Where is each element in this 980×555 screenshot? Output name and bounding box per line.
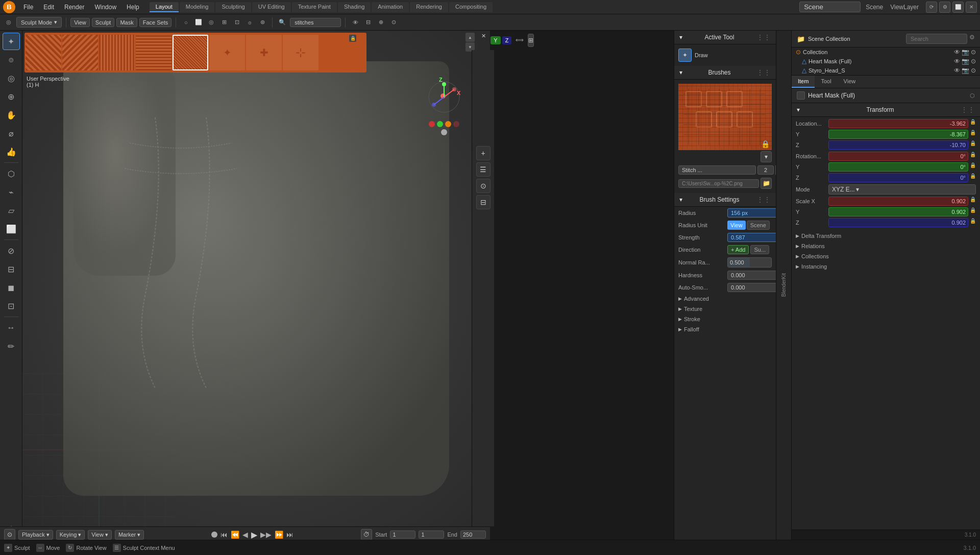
- tool-transform[interactable]: ↔: [3, 319, 20, 336]
- brush-preview-2[interactable]: [62, 35, 98, 70]
- brushes-header[interactable]: ▾ Brushes ⋮⋮: [674, 66, 776, 80]
- loc-x-lock[interactable]: 🔒: [970, 119, 976, 128]
- rot-x-lock[interactable]: 🔒: [970, 152, 976, 161]
- filter-icon[interactable]: ⚙: [969, 34, 975, 44]
- scene-name-input[interactable]: [799, 2, 861, 12]
- prev-frame-btn[interactable]: ◀: [242, 530, 248, 539]
- brush-name-field[interactable]: [678, 165, 756, 175]
- tool-fill[interactable]: ⬜: [3, 220, 20, 237]
- location-x[interactable]: [828, 119, 968, 128]
- falloff-section[interactable]: ▶ Falloff: [674, 324, 776, 334]
- workspace-shading[interactable]: Shading: [338, 2, 371, 12]
- brush-preview-6[interactable]: ✦: [209, 35, 245, 70]
- nav-ortho[interactable]: ⊟: [476, 195, 491, 209]
- sh-vis-icon[interactable]: 👁: [954, 67, 960, 74]
- heart-mask-item[interactable]: △ Heart Mask (Full) 👁 📷 ⊙: [792, 57, 980, 66]
- collection-item[interactable]: ⊙ Collection 👁 📷 ⊙: [792, 47, 980, 57]
- relations-section[interactable]: ▶ Relations: [792, 241, 980, 251]
- gizmo-icon[interactable]: ⊕: [375, 17, 386, 28]
- tab-view[interactable]: View: [838, 76, 862, 88]
- brush-preview-3[interactable]: [99, 35, 135, 70]
- workspace-modeling[interactable]: Modeling: [180, 2, 215, 12]
- hm-render-icon[interactable]: ⊙: [971, 58, 976, 65]
- hardness-input[interactable]: [727, 271, 776, 280]
- end-frame-input[interactable]: [460, 530, 486, 539]
- blenderkit-panel[interactable]: BlenderKit: [776, 31, 791, 540]
- hm-vis-icon[interactable]: 👁: [954, 58, 960, 65]
- scale-z-input[interactable]: [828, 218, 968, 227]
- col-vis-icon[interactable]: 👁: [954, 49, 960, 56]
- start-frame-input[interactable]: [390, 530, 415, 539]
- view-btn[interactable]: View: [70, 18, 90, 27]
- workspace-uv[interactable]: UV Editing: [252, 2, 291, 12]
- tool-inflate[interactable]: ⊕: [3, 88, 20, 105]
- tool-flatten[interactable]: ▱: [3, 202, 20, 219]
- location-z-input[interactable]: [828, 140, 968, 150]
- rotation-z-input[interactable]: [828, 173, 968, 182]
- col-render-icon[interactable]: ⊙: [971, 49, 976, 56]
- brush-preview-8[interactable]: ⊹: [283, 35, 318, 70]
- scene-btn-toggle[interactable]: Scene: [747, 221, 770, 230]
- y-axis-btn[interactable]: Y: [491, 36, 500, 44]
- overlay-icon[interactable]: ⊟: [362, 17, 374, 28]
- object-color-swatch[interactable]: [797, 91, 805, 100]
- tool-grab[interactable]: ✋: [3, 106, 20, 124]
- scale-z-lock[interactable]: 🔒: [970, 218, 976, 227]
- snap-icon[interactable]: ⊙: [388, 17, 399, 28]
- workspace-animation[interactable]: Animation: [372, 2, 409, 12]
- smooth-icon[interactable]: ⊛: [257, 17, 268, 28]
- search-input[interactable]: [290, 18, 341, 27]
- strength-prop-input[interactable]: [727, 233, 776, 242]
- workspace-rendering[interactable]: Rendering: [410, 2, 448, 12]
- search-icon[interactable]: 🔍: [277, 17, 288, 28]
- hm-cam-icon[interactable]: 📷: [962, 58, 969, 65]
- prev-keyframe-btn[interactable]: ⏪: [231, 530, 239, 539]
- rot-y-lock[interactable]: 🔒: [970, 162, 976, 172]
- nav-zoom[interactable]: +: [476, 146, 491, 160]
- tool-multiplane[interactable]: ⊟: [3, 260, 20, 278]
- add-direction-btn[interactable]: + Add: [727, 245, 749, 254]
- tool-mask[interactable]: ◼: [3, 279, 20, 296]
- menu-render[interactable]: Render: [60, 2, 88, 12]
- instancing-section[interactable]: ▶ Instancing: [792, 261, 980, 272]
- tool-snake[interactable]: ⌀: [3, 125, 20, 142]
- styro-head-item[interactable]: △ Styro_Head_S 👁 📷 ⊙: [792, 66, 980, 75]
- mesh-icon[interactable]: ⊞: [218, 17, 230, 28]
- nav-camera[interactable]: ⊙: [476, 179, 491, 193]
- mirror-icon[interactable]: ⟺: [516, 35, 524, 46]
- transform-header[interactable]: ▾ Transform ⋮⋮: [792, 103, 980, 117]
- next-frame-btn[interactable]: ▶▶: [260, 530, 272, 539]
- draw-tool-icon[interactable]: ✦: [678, 49, 692, 62]
- torus-icon[interactable]: ◎: [206, 17, 217, 28]
- scale-y-input[interactable]: [828, 207, 968, 216]
- tool-trim[interactable]: ⊡: [3, 297, 20, 315]
- mode-dropdown-val[interactable]: XYZ E... ▾: [828, 184, 976, 195]
- menu-file[interactable]: File: [19, 2, 37, 12]
- keying-dropdown[interactable]: Keying ▾: [56, 530, 85, 540]
- tool-draw[interactable]: ✦: [3, 33, 20, 50]
- advanced-section[interactable]: ▶ Advanced: [674, 294, 776, 304]
- menu-help[interactable]: Help: [122, 2, 143, 12]
- scale-y-lock[interactable]: 🔒: [970, 207, 976, 216]
- perspective-dot[interactable]: [441, 129, 447, 135]
- nav-pan[interactable]: ☰: [476, 162, 491, 177]
- tool-annotate[interactable]: ✏: [3, 337, 20, 355]
- sphere-icon[interactable]: ○: [180, 17, 191, 28]
- brush-preview-1[interactable]: [26, 35, 61, 70]
- texture-section[interactable]: ▶ Texture: [674, 304, 776, 314]
- brush-preview-5[interactable]: [173, 35, 208, 70]
- cube-icon[interactable]: ⬜: [193, 17, 204, 28]
- facesets-btn[interactable]: Face Sets: [139, 18, 172, 27]
- rotation-x[interactable]: [828, 152, 968, 161]
- workspace-compositing[interactable]: Compositing: [449, 2, 493, 12]
- brush-count-field[interactable]: [757, 165, 774, 175]
- active-tool-header[interactable]: ▾ Active Tool ⋮⋮: [674, 31, 776, 44]
- col-cam-icon[interactable]: 📷: [962, 49, 969, 56]
- outliner-search[interactable]: [906, 34, 967, 44]
- settings-icon[interactable]: ⚙: [939, 2, 950, 13]
- autosmooth-input[interactable]: [727, 283, 776, 292]
- brush-expand-icon[interactable]: ▾: [761, 151, 772, 162]
- viewport-shading-icon[interactable]: 👁: [350, 17, 361, 28]
- tool-pinch[interactable]: ◎: [3, 69, 20, 87]
- view-btn-toggle[interactable]: View: [727, 221, 746, 230]
